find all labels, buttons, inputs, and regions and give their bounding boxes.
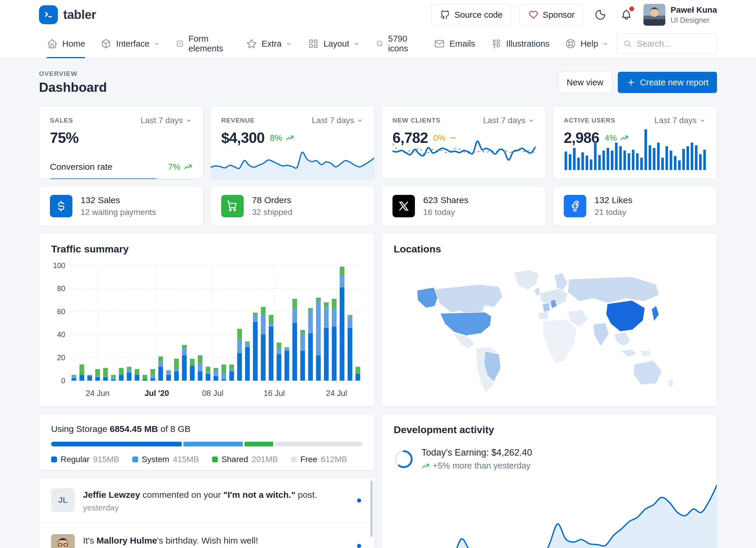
nav-item-interface[interactable]: Interface (93, 30, 168, 58)
legend-item-shared: Shared 201MB (212, 455, 278, 464)
nav-item-extra[interactable]: Extra (238, 30, 300, 58)
active-users-card: ACTIVE USERS Last 7 days 2,986 4% (553, 106, 717, 179)
legend-value: 612MB (321, 455, 347, 464)
feed-scrollbar[interactable] (370, 481, 373, 537)
illustrations-icon (491, 38, 502, 49)
user-name: Paweł Kuna (671, 5, 717, 15)
nav-label: Home (62, 39, 85, 49)
period-label: Last 7 days (312, 116, 354, 125)
mini-subtitle: 12 waiting payments (81, 208, 156, 217)
new-clients-chart (392, 130, 535, 171)
period-dropdown[interactable]: Last 7 days (483, 116, 535, 125)
brand[interactable]: tabler (39, 5, 96, 24)
stat-label: NEW CLIENTS (392, 117, 441, 124)
development-activity-card: Development activity Today's Earning: $4… (382, 414, 717, 548)
conversion-progress (50, 178, 192, 179)
conversion-label: Conversion rate (50, 162, 113, 172)
likes-mini-card: 132 Likes 21 today (553, 186, 717, 226)
chevron-down-icon (153, 40, 160, 47)
traffic-summary-card: Traffic summary 02040608010024 JunJul '2… (39, 233, 374, 407)
nav-item-form-elements[interactable]: Form elements (168, 30, 238, 58)
nav-item-emails[interactable]: Emails (426, 30, 483, 58)
notifications-button[interactable] (617, 6, 635, 24)
home-icon (47, 38, 58, 49)
avatar (643, 4, 665, 26)
mini-subtitle: 32 shipped (252, 208, 292, 217)
locations-card: Locations (382, 233, 717, 407)
nav-label: Interface (116, 39, 149, 49)
package-icon (100, 38, 112, 49)
star-icon (246, 38, 257, 49)
nav-item-help[interactable]: Help (557, 30, 617, 58)
chevron-down-icon (528, 117, 535, 124)
legend-item-free: Free 612MB (291, 455, 347, 464)
svg-text:24 Jun: 24 Jun (86, 389, 110, 398)
create-report-label: Create new report (640, 78, 708, 87)
legend-item-system: System 415MB (132, 455, 199, 464)
brand-x-icon (392, 195, 415, 217)
notification-dot (629, 6, 634, 11)
nav-label: Form elements (188, 34, 230, 53)
page-title: Dashboard (39, 80, 107, 95)
svg-text:60: 60 (57, 307, 65, 316)
period-dropdown[interactable]: Last 7 days (141, 116, 192, 125)
legend-value: 415MB (173, 455, 199, 464)
source-code-button[interactable]: Source code (431, 4, 511, 25)
storage-segment-free (275, 442, 362, 446)
world-map[interactable] (402, 257, 697, 396)
mini-subtitle: 16 today (423, 208, 468, 217)
nav-item-layout[interactable]: Layout (300, 30, 368, 58)
nav-item-illustrations[interactable]: Illustrations (483, 30, 557, 58)
chevron-down-icon (285, 40, 292, 47)
revenue-card: REVENUE Last 7 days $4,300 8% (210, 106, 374, 179)
search-box[interactable] (617, 33, 717, 54)
shares-mini-card: 623 Shares 16 today (382, 186, 546, 226)
feed-text: Jeffie Lewzey commented on your "I'm not… (83, 488, 329, 501)
legend-label: System (142, 455, 169, 464)
avatar-initials: JL (51, 488, 75, 512)
nav-label: Layout (323, 39, 349, 49)
ghost-icon (375, 38, 384, 49)
svg-text:Jul '20: Jul '20 (144, 389, 169, 398)
avatar-photo (51, 534, 75, 548)
create-new-report-button[interactable]: Create new report (618, 72, 717, 93)
feed-item[interactable]: JL Jeffie Lewzey commented on your "I'm … (39, 478, 374, 523)
legend-swatch (212, 456, 218, 462)
mini-title: 132 Sales (81, 195, 156, 205)
unread-dot (357, 544, 361, 548)
chevron-down-icon (356, 117, 364, 124)
mini-title: 78 Orders (252, 195, 292, 205)
development-activity-chart (382, 478, 717, 548)
development-activity-title: Development activity (394, 424, 705, 436)
mini-title: 623 Shares (423, 195, 468, 205)
new-view-button[interactable]: New view (558, 72, 612, 93)
delta-badge: 7% (168, 162, 192, 172)
user-menu[interactable]: Paweł Kuna UI Designer (643, 4, 717, 26)
nav-item-icons[interactable]: 5790 icons (368, 30, 426, 58)
chevron-down-icon (602, 40, 609, 47)
chevron-down-icon (353, 40, 360, 47)
trending-up-icon (183, 162, 192, 171)
dark-mode-toggle[interactable] (592, 6, 609, 24)
legend-label: Regular (61, 455, 89, 464)
sponsor-button[interactable]: Sponsor (519, 4, 583, 25)
nav-label: Extra (262, 39, 282, 49)
sales-mini-card: 132 Sales 12 waiting payments (39, 186, 203, 226)
source-code-label: Source code (454, 10, 503, 20)
legend-item-regular: Regular 915MB (51, 455, 119, 464)
chevron-down-icon (185, 117, 192, 124)
storage-used: 6854.45 MB (110, 424, 158, 434)
layout-grid-icon (308, 38, 319, 49)
checkbox-icon (176, 38, 184, 49)
period-label: Last 7 days (483, 116, 525, 125)
feed-item[interactable]: It's Mallory Hulme's birthday. Wish him … (39, 523, 374, 548)
traffic-summary-title: Traffic summary (51, 243, 362, 255)
active-users-chart (564, 123, 707, 170)
period-dropdown[interactable]: Last 7 days (312, 116, 364, 125)
nav-item-home[interactable]: Home (39, 30, 93, 58)
search-input[interactable] (637, 39, 710, 49)
stat-label: SALES (50, 117, 73, 124)
main-nav: Home Interface Form elements Extra Layou… (0, 30, 756, 58)
stat-value: 75% (50, 129, 79, 146)
new-view-label: New view (567, 78, 603, 87)
